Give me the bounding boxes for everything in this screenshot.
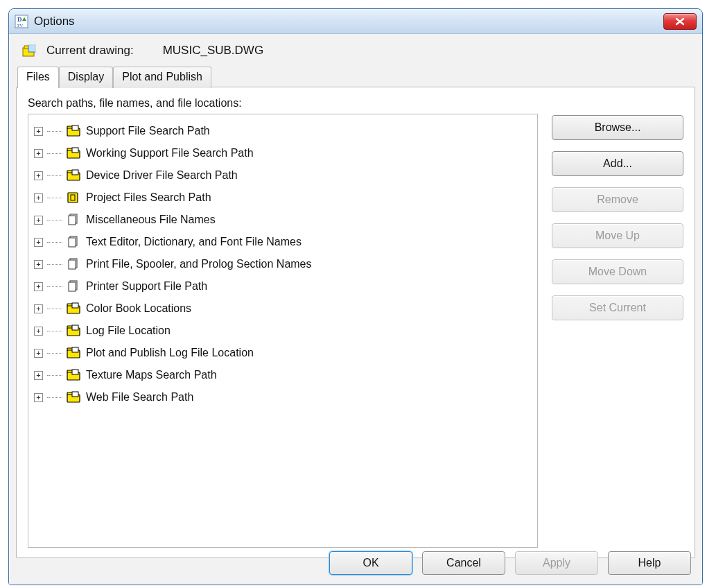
tree-item-label: Support File Search Path: [86, 125, 210, 137]
expand-icon[interactable]: +: [34, 371, 43, 380]
tree-item[interactable]: + Miscellaneous File Names: [33, 209, 533, 231]
tree-item-label: Miscellaneous File Names: [86, 214, 216, 226]
tree-item[interactable]: + Printer Support File Path: [33, 275, 533, 297]
tree-item-label: Printer Support File Path: [86, 280, 207, 293]
tree-item-label: Texture Maps Search Path: [86, 369, 217, 381]
tree-item-label: Text Editor, Dictionary, and Font File N…: [86, 236, 302, 248]
svg-rect-15: [68, 193, 78, 202]
current-drawing-value: MUSIC_SUB.DWG: [163, 44, 263, 58]
expand-icon[interactable]: +: [34, 171, 43, 180]
expand-icon[interactable]: +: [34, 282, 43, 291]
help-button[interactable]: Help: [608, 551, 691, 575]
side-button-column: Browse...Add...RemoveMove UpMove DownSet…: [552, 115, 683, 548]
folder-icon: [67, 325, 82, 337]
svg-rect-36: [72, 370, 78, 374]
canvas: D TV Options: [0, 0, 707, 588]
tabstrip: FilesDisplayPlot and Publish: [17, 67, 211, 87]
tree-connector: [47, 331, 62, 332]
stack-icon: [67, 236, 82, 248]
cancel-button[interactable]: Cancel: [422, 551, 505, 575]
tree-connector: [47, 309, 62, 310]
tree-item[interactable]: + Log File Location: [33, 320, 533, 342]
tree-connector: [47, 153, 62, 155]
svg-rect-27: [72, 303, 78, 308]
browse-button[interactable]: Browse...: [552, 115, 683, 140]
tree-connector: [47, 131, 62, 132]
app-icon: D TV: [15, 15, 28, 28]
expand-icon[interactable]: +: [34, 193, 43, 202]
svg-text:TV: TV: [17, 23, 23, 28]
tree-item[interactable]: + Working Support File Search Path: [33, 142, 533, 164]
set-current-button: Set Current: [552, 295, 683, 320]
client-area: Current drawing: MUSIC_SUB.DWG FilesDisp…: [9, 34, 702, 585]
tree-box[interactable]: + Support File Search Path+ Working Supp…: [28, 114, 538, 548]
expand-icon[interactable]: +: [34, 260, 43, 269]
drawing-icon: [21, 42, 38, 59]
close-icon: [674, 17, 686, 26]
expand-icon[interactable]: +: [34, 349, 43, 358]
svg-rect-24: [69, 282, 76, 291]
expand-icon[interactable]: +: [34, 393, 43, 402]
expand-icon[interactable]: +: [34, 327, 43, 336]
move-up-button: Move Up: [552, 223, 683, 248]
stack-icon: [67, 214, 82, 226]
tree-item-label: Log File Location: [86, 325, 171, 337]
tab-files[interactable]: Files: [17, 67, 59, 88]
tree-connector: [47, 220, 62, 221]
tree-connector: [47, 397, 62, 399]
svg-rect-33: [72, 347, 78, 352]
tree-item-label: Color Book Locations: [86, 302, 191, 315]
tree-item-label: Web File Search Path: [86, 391, 193, 404]
expand-icon[interactable]: +: [34, 238, 43, 247]
tree-connector: [47, 264, 62, 266]
tree-item[interactable]: + Project Files Search Path: [33, 187, 533, 209]
tree-item[interactable]: + Text Editor, Dictionary, and Font File…: [33, 231, 533, 253]
tree-connector: [47, 286, 62, 288]
box-icon: [67, 191, 82, 204]
folder-icon: [67, 391, 82, 404]
svg-rect-20: [69, 238, 76, 247]
tree-connector: [47, 175, 62, 177]
svg-rect-39: [72, 392, 78, 397]
tree-item[interactable]: + Device Driver File Search Path: [33, 164, 533, 187]
window-title: Options: [34, 15, 663, 28]
folder-icon: [67, 169, 82, 182]
dialog-button-row: OKCancelApplyHelp: [329, 551, 691, 575]
svg-rect-11: [72, 148, 78, 153]
tree-item-label: Plot and Publish Log File Location: [86, 347, 254, 359]
svg-rect-22: [69, 260, 76, 269]
ok-button[interactable]: OK: [329, 551, 412, 575]
tab-plot-and-publish[interactable]: Plot and Publish: [113, 67, 211, 88]
folder-icon: [67, 147, 82, 159]
svg-rect-8: [72, 126, 78, 130]
tab-panel-files: Search paths, file names, and file locat…: [16, 87, 695, 558]
move-down-button: Move Down: [552, 259, 683, 284]
svg-rect-14: [72, 170, 78, 175]
expand-icon[interactable]: +: [34, 149, 43, 158]
tree-item-label: Project Files Search Path: [86, 191, 211, 204]
expand-icon[interactable]: +: [34, 127, 43, 136]
tree-connector: [47, 242, 62, 243]
tree-item-label: Working Support File Search Path: [86, 147, 254, 159]
tree-item[interactable]: + Print File, Spooler, and Prolog Sectio…: [33, 253, 533, 275]
section-label: Search paths, file names, and file locat…: [28, 97, 538, 110]
options-window: D TV Options: [8, 8, 703, 585]
tab-display[interactable]: Display: [59, 67, 113, 88]
folder-icon: [67, 369, 82, 381]
tree-connector: [47, 375, 62, 377]
stack-icon: [67, 258, 82, 270]
tree-item-label: Device Driver File Search Path: [86, 169, 238, 182]
tree-item[interactable]: + Plot and Publish Log File Location: [33, 342, 533, 364]
titlebar: D TV Options: [9, 9, 702, 34]
tree-item[interactable]: + Color Book Locations: [33, 297, 533, 320]
stack-icon: [67, 280, 82, 293]
tree-item[interactable]: + Web File Search Path: [33, 386, 533, 408]
svg-rect-5: [28, 45, 35, 52]
svg-rect-30: [72, 325, 78, 330]
tree-item[interactable]: + Texture Maps Search Path: [33, 364, 533, 386]
tree-item[interactable]: + Support File Search Path: [33, 120, 533, 142]
add-button[interactable]: Add...: [552, 151, 683, 176]
expand-icon[interactable]: +: [34, 304, 43, 313]
expand-icon[interactable]: +: [34, 216, 43, 225]
close-button[interactable]: [663, 13, 697, 30]
